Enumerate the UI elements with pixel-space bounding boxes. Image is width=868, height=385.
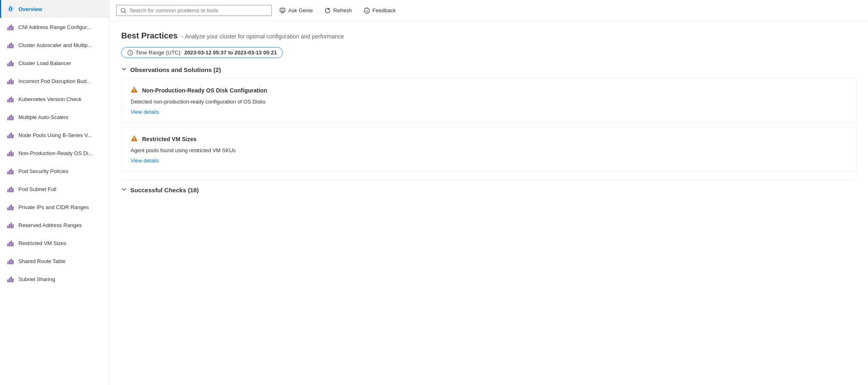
- sidebar-item-private-ips-label: Private IPs and CIDR Ranges: [18, 204, 89, 210]
- svg-rect-55: [12, 242, 14, 246]
- sidebar-item-load-balancer[interactable]: Cluster Load Balancer: [0, 54, 109, 72]
- sidebar-item-node-pools[interactable]: Node Pools Using B-Series V...: [0, 126, 109, 144]
- svg-rect-27: [12, 116, 14, 120]
- time-range-badge[interactable]: Time Range (UTC): 2023-03-12 05:37 to 20…: [121, 47, 283, 58]
- svg-rect-54: [11, 241, 12, 246]
- sidebar-item-cluster-autoscaler[interactable]: Cluster Autoscaler and Multip...: [0, 36, 109, 54]
- observations-chevron-icon: [121, 66, 127, 73]
- chart-icon-multi-scaler: [7, 113, 14, 121]
- chart-icon-cni: [7, 23, 14, 31]
- svg-point-74: [134, 91, 135, 92]
- search-box[interactable]: [116, 5, 272, 16]
- page-header: Best Practices - Analyze your cluster fo…: [121, 31, 857, 41]
- successful-section-title: Successful Checks (18): [130, 187, 199, 194]
- svg-rect-22: [11, 97, 12, 102]
- sidebar-item-pod-disruption-label: Incorrect Pod Disruption Bud...: [18, 78, 91, 84]
- svg-rect-52: [7, 243, 9, 246]
- svg-point-69: [283, 9, 284, 10]
- sidebar-item-pod-subnet[interactable]: Pod Subnet Full: [0, 180, 109, 198]
- view-details-link-non-prod[interactable]: View details: [131, 109, 159, 115]
- card-title-restricted-vm: Restricted VM Sizes: [142, 136, 197, 142]
- chart-icon-pod-disruption: [7, 77, 14, 85]
- chart-icon-pod-security: [7, 167, 14, 175]
- sidebar-item-overview[interactable]: Overview: [0, 0, 109, 18]
- time-range-value: 2023-03-12 05:37 to 2023-03-13 05:21: [184, 50, 277, 56]
- svg-rect-50: [11, 223, 12, 228]
- successful-section-header[interactable]: Successful Checks (18): [121, 187, 857, 194]
- ask-genie-button[interactable]: Ask Genie: [275, 5, 317, 16]
- observations-section-header[interactable]: Observations and Solutions (2): [121, 66, 857, 73]
- svg-rect-30: [11, 133, 12, 138]
- sidebar-item-pod-security[interactable]: Pod Security Policies: [0, 162, 109, 180]
- svg-rect-25: [9, 116, 10, 120]
- sidebar-item-cni-label: CNI Address Range Configur...: [18, 24, 91, 30]
- sidebar-item-autoscaler-label: Cluster Autoscaler and Multip...: [18, 42, 92, 48]
- sidebar-item-restricted-vm[interactable]: Restricted VM Sizes: [0, 234, 109, 252]
- svg-rect-53: [9, 242, 10, 246]
- svg-rect-15: [12, 62, 14, 66]
- svg-rect-46: [11, 205, 12, 210]
- observations-section-title: Observations and Solutions (2): [130, 66, 221, 73]
- svg-rect-26: [11, 115, 12, 120]
- svg-rect-17: [9, 80, 10, 84]
- sidebar-item-restricted-vm-label: Restricted VM Sizes: [18, 240, 66, 246]
- refresh-label: Refresh: [333, 7, 352, 14]
- sidebar-item-node-pools-label: Node Pools Using B-Series V...: [18, 132, 92, 138]
- sidebar-item-shared-route-label: Shared Route Table: [18, 258, 66, 264]
- sidebar-item-lb-label: Cluster Load Balancer: [18, 60, 71, 66]
- svg-line-65: [124, 11, 126, 13]
- sidebar-item-multiple-autoscalers[interactable]: Multiple Auto-Scalers: [0, 108, 109, 126]
- main-panel: Ask Genie Refresh Feedback Best Practice…: [110, 0, 868, 385]
- sidebar-item-non-production[interactable]: Non-Production-Ready OS Di...: [0, 144, 109, 162]
- svg-rect-57: [9, 260, 10, 264]
- chart-icon-restricted-vm: [7, 239, 14, 247]
- successful-chevron-icon: [121, 187, 127, 194]
- page-subtitle: - Analyze your cluster for optimal confi…: [182, 33, 344, 40]
- chart-icon-k8s: [7, 95, 14, 103]
- sidebar-item-cni-address[interactable]: CNI Address Range Configur...: [0, 18, 109, 36]
- svg-rect-31: [12, 134, 14, 138]
- svg-rect-32: [7, 153, 9, 156]
- refresh-button[interactable]: Refresh: [320, 5, 356, 16]
- chart-icon-non-prod: [7, 149, 14, 157]
- warning-icon-restricted-vm: [131, 135, 138, 143]
- svg-rect-5: [9, 26, 10, 30]
- svg-rect-16: [7, 81, 9, 84]
- feedback-button[interactable]: Feedback: [359, 5, 400, 16]
- svg-point-75: [134, 140, 135, 140]
- svg-point-3: [10, 6, 11, 7]
- time-range-label: Time Range (UTC):: [136, 50, 182, 56]
- svg-rect-58: [11, 259, 12, 264]
- toolbar: Ask Genie Refresh Feedback: [110, 0, 868, 21]
- svg-rect-20: [7, 99, 9, 102]
- svg-rect-34: [11, 151, 12, 156]
- sidebar-item-multi-scaler-label: Multiple Auto-Scalers: [18, 114, 68, 120]
- sidebar-item-kubernetes-version[interactable]: Kubernetes Version Check: [0, 90, 109, 108]
- svg-point-72: [367, 10, 368, 11]
- clock-icon: [127, 50, 133, 56]
- sidebar-item-private-ips[interactable]: Private IPs and CIDR Ranges: [0, 198, 109, 216]
- search-input[interactable]: [129, 7, 267, 14]
- svg-rect-4: [7, 27, 9, 30]
- card-title-row-non-prod: Non-Production-Ready OS Disk Configurati…: [131, 86, 847, 95]
- sidebar-item-subnet-sharing[interactable]: Subnet Sharing: [0, 270, 109, 288]
- card-description-restricted-vm: Agent pools found using restricted VM SK…: [131, 147, 847, 153]
- svg-rect-13: [9, 62, 10, 66]
- sidebar-item-shared-route[interactable]: Shared Route Table: [0, 252, 109, 270]
- svg-rect-59: [12, 260, 14, 264]
- svg-point-71: [366, 10, 366, 11]
- view-details-link-restricted-vm[interactable]: View details: [131, 158, 159, 164]
- sidebar-item-reserved-address[interactable]: Reserved Address Ranges: [0, 216, 109, 234]
- svg-rect-19: [12, 80, 14, 84]
- feedback-icon: [364, 7, 370, 14]
- sidebar-item-pod-disruption[interactable]: Incorrect Pod Disruption Bud...: [0, 72, 109, 90]
- svg-rect-12: [7, 63, 9, 66]
- sidebar-item-subnet-sharing-label: Subnet Sharing: [18, 276, 55, 282]
- chart-icon-autoscaler: [7, 41, 14, 49]
- svg-rect-7: [12, 26, 14, 30]
- content-area: Best Practices - Analyze your cluster fo…: [110, 21, 868, 385]
- sidebar-item-non-prod-label: Non-Production-Ready OS Di...: [18, 150, 93, 156]
- svg-rect-18: [11, 79, 12, 84]
- svg-rect-51: [12, 224, 14, 228]
- svg-rect-47: [12, 206, 14, 210]
